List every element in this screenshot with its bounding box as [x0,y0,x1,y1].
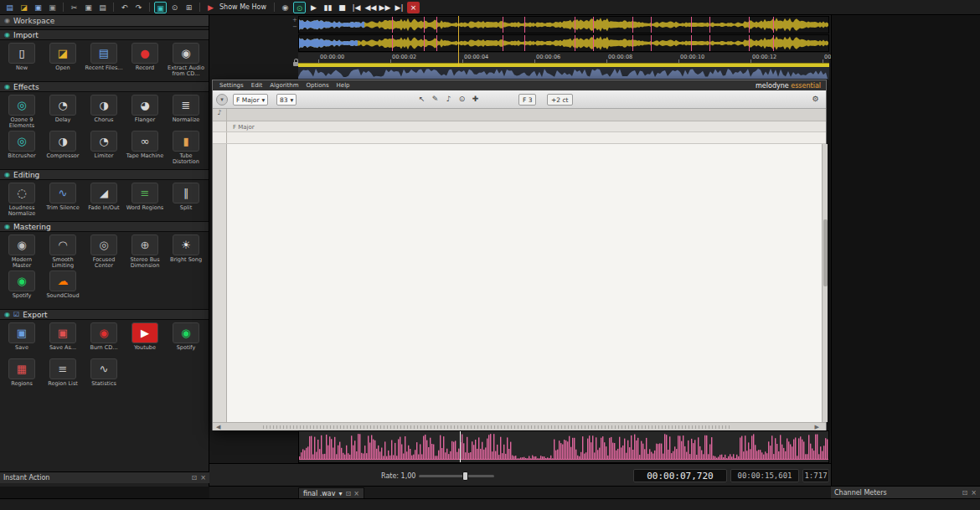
action-word-regions[interactable]: ≡Word Regions [125,183,165,218]
action-save[interactable]: ▣Save [2,322,42,358]
action-fade-in-out[interactable]: ◢Fade In/Out [84,183,124,218]
action-spotify[interactable]: ◉Spotify [2,270,42,306]
float-panel-icon[interactable]: ⊡ [192,474,198,482]
save-button[interactable]: ▣ [32,2,44,13]
monitor-button[interactable]: ◉ [279,2,291,13]
action-limiter[interactable]: ◔Limiter [84,131,124,166]
workspace-header[interactable]: ◉ Workspace [0,15,209,27]
menu-options[interactable]: Options [307,82,329,89]
note-tool[interactable]: ♪ [442,93,455,106]
select-tool-button[interactable]: ▣ [154,2,167,13]
cents-display[interactable]: +2 ct [547,94,573,106]
action-bright-song[interactable]: ☀Bright Song [166,234,206,270]
playback-rate-slider[interactable] [419,475,494,477]
action-save-as[interactable]: ▣Save As... [43,322,83,358]
close-panel-icon[interactable]: × [971,489,977,497]
waveform-track-1[interactable] [298,16,829,33]
melodyne-note-editor[interactable] [227,144,822,422]
menu-settings[interactable]: Settings [219,82,244,89]
pointer-tool[interactable]: ↖ [415,93,428,106]
action-spotify[interactable]: ◉Spotify [166,322,206,358]
melodyne-chord-row[interactable] [213,132,826,144]
grid-tool-button[interactable]: ⊞ [183,2,195,13]
section-header-export[interactable]: ◉☑Export [0,309,209,320]
rate-slider-thumb[interactable] [462,471,468,481]
close-button[interactable]: × [407,2,420,13]
chevron-down-icon[interactable]: ▾ [339,490,343,497]
action-youtube[interactable]: ▶Youtube [125,322,165,358]
save-all-button[interactable]: ▣ [46,2,59,13]
stop-button[interactable]: ■ [336,2,348,13]
melodyne-menu-button[interactable]: ▾ [216,94,228,106]
menu-edit[interactable]: Edit [251,82,263,89]
action-extract-audio-from-cd[interactable]: ◉Extract Audio from CD... [166,43,206,78]
action-stereo-bus-dimension[interactable]: ⊕Stereo Bus Dimension [125,234,165,270]
instant-action-panel-tab[interactable]: Instant Action ⊡ × [0,471,209,483]
waveform-track-2[interactable] [298,34,829,52]
note-display[interactable]: F 3 [518,94,536,106]
action-burn-cd[interactable]: ◉Burn CD... [84,322,124,358]
section-header-effects[interactable]: ◉Effects [0,81,209,92]
open-button[interactable]: ◪ [18,2,30,13]
pencil-tool[interactable]: ✎ [429,93,441,106]
melodyne-vscrollbar[interactable] [822,144,828,422]
action-chorus[interactable]: ◑Chorus [84,95,124,130]
forward-button[interactable]: ▶▶ [379,2,391,13]
action-regions[interactable]: ▦Regions [2,358,42,394]
show-me-how-button[interactable]: ▶ [204,2,217,13]
zoom-tool[interactable]: ⊙ [456,93,468,106]
action-loudness-normalize[interactable]: ◌Loudness Normalize [2,183,42,218]
settings-gear-icon[interactable]: ⚙ [809,93,822,106]
float-panel-icon[interactable]: ⊡ [962,489,968,497]
show-me-how-label[interactable]: Show Me How [219,3,266,11]
play-button[interactable]: ▶ [307,2,320,13]
action-region-list[interactable]: ≡Region List [43,358,83,394]
go-start-button[interactable]: |◀ [350,2,363,13]
melodyne-hscrollbar[interactable]: ◀ ▶ [213,422,826,430]
action-open[interactable]: ◪Open [43,43,83,78]
song-overview-waveform[interactable] [298,430,829,463]
close-panel-icon[interactable]: × [200,474,206,482]
action-tube-distortion[interactable]: ▮Tube Distortion [166,131,206,166]
section-header-mastering[interactable]: ◉Mastering [0,221,209,232]
action-split[interactable]: ∥Split [166,183,206,218]
melodyne-bar-ruler[interactable]: ♪ [213,109,826,121]
melodyne-titlebar[interactable]: SettingsEditAlgorithmOptionsHelp melodyn… [213,80,826,90]
move-tool[interactable]: ✚ [469,93,482,106]
action-record[interactable]: ●Record [125,43,165,78]
cut-button[interactable]: ✂ [68,2,80,13]
channel-meters-tab[interactable]: Channel Meters ⊡ × [831,486,980,498]
paste-button[interactable]: ▤ [96,2,109,13]
section-header-import[interactable]: ◉Import [0,29,209,40]
action-recent-files[interactable]: ▤Recent Files... [84,43,124,78]
action-normalize[interactable]: ≣Normalize [166,95,206,130]
action-ozone-9-elements[interactable]: ◎Ozone 9 Elements [2,95,42,130]
action-statistics[interactable]: ∿Statistics [84,358,124,394]
melodyne-scale-row[interactable]: F Major [213,121,826,132]
timeline-ruler[interactable]: 00:00:0000:00:0200:00:0400:00:0600:00:08… [298,53,829,63]
playhead-cursor[interactable] [458,16,459,67]
copy-button[interactable]: ▣ [82,2,95,13]
hscroll-left-icon[interactable]: ◀ [216,423,220,431]
go-end-button[interactable]: ▶| [393,2,405,13]
key-select[interactable]: F Major▾ [233,94,268,106]
action-new[interactable]: ▯New [2,43,42,78]
action-smooth-limiting[interactable]: ◠Smooth Limiting [43,234,83,270]
close-tab-icon[interactable]: × [353,490,359,497]
undo-button[interactable]: ↶ [118,2,131,13]
section-header-editing[interactable]: ◉Editing [0,169,209,180]
tempo-select[interactable]: 83▾ [276,94,297,106]
action-soundcloud[interactable]: ☁SoundCloud [43,270,83,306]
record-enable-button[interactable]: ⊙ [293,2,306,13]
zoom-tool-button[interactable]: ⊙ [168,2,181,13]
action-tape-machine[interactable]: ∞Tape Machine [125,131,165,166]
menu-help[interactable]: Help [337,82,350,89]
menu-algorithm[interactable]: Algorithm [270,82,298,89]
file-tab[interactable]: final .wav ▾ ⊡ × [298,487,364,499]
action-focused-center[interactable]: ◎Focused Center [84,234,124,270]
float-panel-icon[interactable]: ⊡ [346,490,352,497]
rewind-button[interactable]: ◀◀ [364,2,377,13]
action-modern-master[interactable]: ◉Modern Master [2,234,42,270]
new-file-button[interactable]: ▤ [3,2,16,13]
action-flanger[interactable]: ◕Flanger [125,95,165,130]
